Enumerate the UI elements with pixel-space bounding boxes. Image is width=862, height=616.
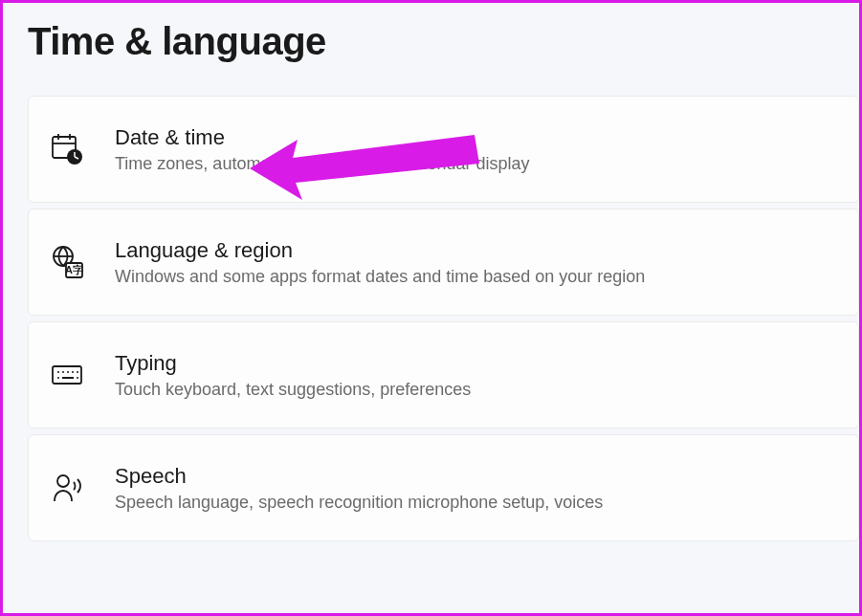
svg-point-19	[57, 475, 69, 487]
item-subtitle: Touch keyboard, text suggestions, prefer…	[115, 380, 471, 400]
settings-item-language-region[interactable]: A字 Language & region Windows and some ap…	[28, 209, 859, 316]
item-subtitle: Windows and some apps format dates and t…	[115, 267, 645, 287]
settings-item-typing[interactable]: Typing Touch keyboard, text suggestions,…	[28, 321, 859, 429]
calendar-clock-icon	[50, 132, 84, 166]
speech-icon	[50, 471, 84, 505]
settings-list: Date & time Time zones, automatic clock …	[3, 63, 859, 541]
svg-point-12	[62, 371, 64, 373]
item-subtitle: Speech language, speech recognition micr…	[115, 493, 603, 513]
item-text: Date & time Time zones, automatic clock …	[115, 125, 530, 174]
item-title: Language & region	[115, 238, 645, 263]
keyboard-icon	[50, 358, 84, 392]
svg-text:A字: A字	[65, 264, 83, 275]
page-title: Time & language	[3, 3, 859, 63]
svg-point-15	[77, 371, 78, 373]
item-title: Speech	[115, 464, 603, 489]
svg-point-17	[77, 377, 78, 379]
settings-item-speech[interactable]: Speech Speech language, speech recogniti…	[28, 434, 859, 541]
svg-point-11	[57, 371, 59, 373]
settings-item-date-time[interactable]: Date & time Time zones, automatic clock …	[28, 96, 859, 203]
item-title: Typing	[115, 351, 471, 376]
item-text: Typing Touch keyboard, text suggestions,…	[115, 351, 471, 400]
svg-rect-10	[53, 366, 81, 384]
item-text: Language & region Windows and some apps …	[115, 238, 645, 287]
svg-point-14	[72, 371, 74, 373]
item-subtitle: Time zones, automatic clock settings, ca…	[115, 154, 530, 174]
item-text: Speech Speech language, speech recogniti…	[115, 464, 603, 513]
globe-translate-icon: A字	[50, 245, 84, 279]
item-title: Date & time	[115, 125, 530, 150]
svg-point-16	[57, 377, 59, 379]
svg-point-13	[67, 371, 69, 373]
